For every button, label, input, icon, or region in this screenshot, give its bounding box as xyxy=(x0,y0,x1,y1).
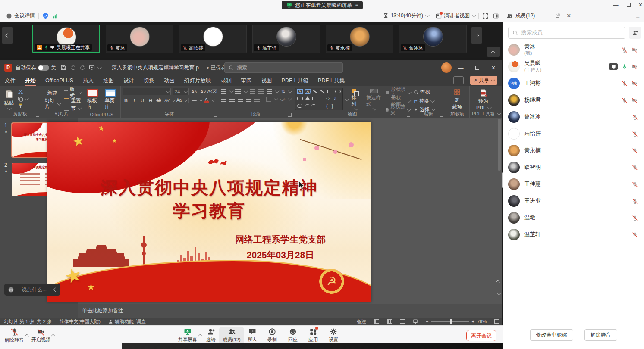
window-maximize-button[interactable] xyxy=(625,1,632,9)
bold-button[interactable]: B xyxy=(123,97,130,103)
font-color-button[interactable]: A xyxy=(203,97,210,103)
layout-button[interactable]: 版式 xyxy=(64,89,81,96)
ppt-search-box[interactable]: 搜索 xyxy=(224,62,343,73)
ppt-restore-button[interactable] xyxy=(469,60,485,75)
dialog-launcher-icon[interactable] xyxy=(36,113,39,117)
find-button[interactable]: 查找 xyxy=(414,89,434,96)
paste-button[interactable]: 粘贴 xyxy=(2,88,16,111)
shrink-font-button[interactable]: A˅ xyxy=(200,88,207,95)
tab-officeplus[interactable]: OfficePLUS xyxy=(41,75,78,86)
redo-button[interactable] xyxy=(78,63,87,72)
member-row[interactable]: 鸿彬 王鸿彬 xyxy=(503,75,644,92)
highlight-color-button[interactable] xyxy=(191,97,198,103)
member-row[interactable]: 温芷轩 xyxy=(503,226,644,243)
copy-button[interactable] xyxy=(18,96,28,102)
underline-button[interactable]: U xyxy=(139,97,146,103)
popout-panel-icon[interactable] xyxy=(555,13,560,19)
tab-home[interactable]: 开始 xyxy=(20,75,41,86)
member-search-box[interactable] xyxy=(508,27,625,39)
leave-meeting-button[interactable]: 离开会议 xyxy=(466,330,496,341)
decrease-indent-button[interactable] xyxy=(250,89,255,94)
comments-button[interactable] xyxy=(453,76,464,84)
template-library-button[interactable]: 模板库 xyxy=(85,88,101,111)
notes-toggle-button[interactable]: 备注 xyxy=(346,318,370,325)
panel-unmute-button[interactable]: 解除静音 xyxy=(584,329,617,341)
columns-button[interactable] xyxy=(254,97,260,102)
member-row[interactable]: 高怡婷 xyxy=(503,125,644,142)
zoom-out-button[interactable]: − xyxy=(426,319,428,324)
member-row[interactable]: 黄冰(我) xyxy=(503,41,644,58)
fit-slide-button[interactable] xyxy=(490,318,502,325)
numbering-button[interactable] xyxy=(235,89,241,94)
zoom-in-button[interactable]: + xyxy=(472,319,474,324)
member-row[interactable]: 黄永楠 xyxy=(503,142,644,159)
account-avatar[interactable] xyxy=(441,62,452,73)
tab-slideshow[interactable]: 幻灯片放映 xyxy=(179,75,216,86)
section-button[interactable]: 节 xyxy=(64,105,81,112)
emoji-icon[interactable] xyxy=(8,287,14,293)
justify-button[interactable] xyxy=(246,97,251,102)
smartart-button[interactable]: ⤻ xyxy=(280,97,286,102)
member-list-scrollbar[interactable] xyxy=(502,172,503,188)
slide-sorter-view-button[interactable] xyxy=(383,318,396,325)
meeting-details-button[interactable]: 会议详情 xyxy=(3,9,38,22)
tab-record[interactable]: 录制 xyxy=(216,75,236,86)
slide-subtitle-date[interactable]: 2025年03月28日 xyxy=(233,249,328,261)
tab-review[interactable]: 审阅 xyxy=(236,75,257,86)
save-button[interactable] xyxy=(59,63,68,72)
increase-indent-button[interactable] xyxy=(258,89,264,94)
autosave-toggle[interactable] xyxy=(38,65,49,71)
tab-pdf-toolbox[interactable]: PDF工具箱 xyxy=(277,75,314,86)
member-row[interactable]: 曾冰冰 xyxy=(503,109,644,125)
member-row[interactable]: 温墩 xyxy=(503,209,644,226)
video-tile[interactable]: 高怡婷 xyxy=(179,25,247,53)
slide-title-line1[interactable]: 深入贯彻中央八项规定精神 xyxy=(47,176,371,199)
quick-access-more-icon[interactable] xyxy=(97,65,102,69)
member-row[interactable]: 王进业 xyxy=(503,193,644,209)
tab-view[interactable]: 视图 xyxy=(257,75,277,86)
font-name-combo[interactable] xyxy=(123,88,171,95)
video-options-chevron[interactable] xyxy=(52,331,55,339)
accessibility-button[interactable]: 辅助功能: 调查 xyxy=(104,318,150,325)
share-screen-button[interactable]: 共享屏幕 xyxy=(175,328,200,343)
line-spacing-button[interactable] xyxy=(267,89,272,94)
slide-canvas[interactable]: ★ ★ ★ 深入贯彻中央八项规定精神 学习教育 网络工程系学生党支部 2025年… xyxy=(47,122,371,302)
reset-button[interactable]: 重置 xyxy=(64,97,81,104)
window-minimize-button[interactable]: — xyxy=(612,1,619,9)
tab-pdf-toolset[interactable]: PDF工具集 xyxy=(313,75,350,86)
member-row[interactable]: 吴晨曦(主持人) xyxy=(503,58,644,75)
video-tile-presenter[interactable]: 吴晨曦正在共享 xyxy=(32,25,100,53)
meeting-timer-button[interactable]: 13:40(40分钟) xyxy=(380,9,432,22)
video-tile[interactable]: 温芷轩 xyxy=(252,25,320,53)
previous-slide-button[interactable] xyxy=(495,277,502,286)
tab-transitions[interactable]: 切换 xyxy=(139,75,159,86)
bullets-button[interactable] xyxy=(221,89,226,94)
slide-title-line2[interactable]: 学习教育 xyxy=(47,199,371,223)
tab-design[interactable]: 设计 xyxy=(119,75,139,86)
close-panel-icon[interactable]: ✕ xyxy=(566,12,571,19)
page-library-button[interactable]: 单页库 xyxy=(103,88,119,111)
start-video-button[interactable]: 开启视频 xyxy=(28,328,53,343)
side-panel-toggle-button[interactable] xyxy=(492,9,503,22)
normal-view-button[interactable] xyxy=(370,318,383,325)
fullscreen-button[interactable] xyxy=(479,9,492,22)
strip-prev-button[interactable] xyxy=(2,27,13,44)
shape-gallery[interactable]: AA ⇨⇩ ~{} xyxy=(295,88,343,110)
ppt-minimize-button[interactable]: — xyxy=(452,60,469,75)
share-button[interactable]: ↗共享 xyxy=(470,76,497,85)
strip-next-button[interactable] xyxy=(471,27,482,44)
grow-font-button[interactable]: A˄ xyxy=(191,88,198,95)
chat-input-placeholder[interactable]: 说点什么... xyxy=(22,286,47,293)
start-slideshow-button[interactable] xyxy=(87,63,97,72)
language-button[interactable]: 简体中文(中国大陆) xyxy=(56,318,104,325)
view-mode-button[interactable]: 演讲者视图 xyxy=(432,9,478,22)
panel-menu-icon[interactable]: ≡ xyxy=(636,12,640,19)
align-text-button[interactable] xyxy=(266,97,271,102)
dialog-launcher-icon[interactable] xyxy=(288,113,292,117)
align-left-button[interactable] xyxy=(221,97,226,102)
arrange-button[interactable]: 排列 xyxy=(349,88,362,111)
chat-collapse-icon[interactable] xyxy=(53,287,58,292)
notes-pane[interactable]: 单击此处添加备注 xyxy=(78,304,502,318)
video-tile[interactable]: 黄永楠 xyxy=(326,25,393,53)
chat-quick-bar[interactable]: 说点什么... xyxy=(4,284,60,296)
